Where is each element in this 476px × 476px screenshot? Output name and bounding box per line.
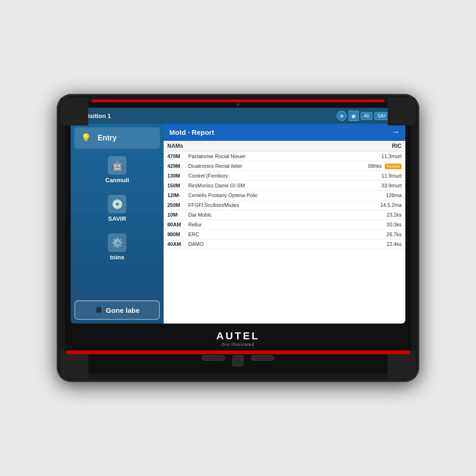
physical-button-center[interactable] <box>232 355 244 366</box>
entry-icon: 💡 <box>79 131 93 145</box>
canmuli-icon: 🤖 <box>108 156 126 175</box>
say-button[interactable]: SAY <box>374 112 390 120</box>
row-value: 22.4ks <box>364 241 402 247</box>
row-desc: Centelis Pnotariy Optena Polic <box>188 192 364 198</box>
row-value: 11.3murt <box>364 153 402 159</box>
row-value: 26.7ks <box>364 231 402 237</box>
row-code: 429M <box>167 163 188 169</box>
title-bar: Reslisition 1 ⊕ ▣ All SAY ≡ <box>71 108 405 124</box>
row-code: 80AM <box>167 222 188 227</box>
report-table: 470M Paclatorise Rocial Nieuer 11.3murt … <box>164 152 405 324</box>
row-code: 980M <box>167 231 188 237</box>
warning-badge: Reinlta <box>385 164 402 169</box>
report-title: Motd · Report <box>169 128 214 136</box>
red-accent-top <box>92 99 384 102</box>
canmuli-label: Canmuli <box>105 177 129 184</box>
all-button[interactable]: All <box>361 112 372 120</box>
report-header: Motd · Report → <box>164 124 405 141</box>
physical-button-right[interactable] <box>251 355 274 361</box>
row-desc: FFGFI Sccllisin/Miules <box>188 202 364 208</box>
table-row[interactable]: 980M ERC 26.7ks <box>164 230 405 239</box>
row-value: 33.9murt <box>364 183 402 188</box>
gone-labe-label: Gone labe <box>106 306 140 314</box>
savir-icon: 💿 <box>108 195 126 213</box>
sidebar-item-canmuli[interactable]: 🤖 Canmuli <box>74 152 160 187</box>
col-header-ric: RIC <box>364 143 402 149</box>
row-code: 12IM· <box>167 192 188 198</box>
report-column-headers: NAMs RIC <box>164 141 405 152</box>
bottom-brand-bar: AUTEL Oru illustrated <box>71 327 405 350</box>
corner-bumper-bl <box>60 350 88 378</box>
row-code: 470M <box>167 153 188 159</box>
table-row[interactable]: 12IM· Centelis Pnotariy Optena Polic 128… <box>164 191 405 200</box>
row-value: 08hks Reinlta <box>364 163 402 169</box>
gone-labe-icon: 🖥 <box>95 306 102 314</box>
screen-title: Reslisition 1 <box>75 112 111 119</box>
report-panel: Motd · Report → NAMs RIC 470M Paclatoris… <box>164 124 405 324</box>
row-value: 11.9murt <box>364 173 402 178</box>
screen: Reslisition 1 ⊕ ▣ All SAY ≡ 💡 Entry <box>71 108 405 324</box>
physical-buttons <box>71 353 405 368</box>
gone-labe-button[interactable]: 🖥 Gone labe <box>74 300 160 320</box>
brand-sub: Oru illustrated <box>216 342 259 347</box>
row-code: 150M <box>167 183 188 188</box>
red-accent-bottom <box>66 350 410 354</box>
device-inner: Reslisition 1 ⊕ ▣ All SAY ≡ 💡 Entry <box>65 102 411 374</box>
device-shell: Reslisition 1 ⊕ ▣ All SAY ≡ 💡 Entry <box>57 94 419 382</box>
row-desc: Rellur <box>188 222 364 227</box>
table-row[interactable]: 150M ResMoriics Dame O/-SM 33.9murt <box>164 181 405 191</box>
sidebar-item-entry[interactable]: 💡 Entry <box>74 127 160 149</box>
table-row[interactable]: 10M· Dar Mobic 23.2ks <box>164 210 405 220</box>
table-row[interactable]: 470M Paclatorise Rocial Nieuer 11.3murt <box>164 152 405 161</box>
row-desc: Paclatorise Rocial Nieuer <box>188 153 364 159</box>
row-value: 20.3ks <box>364 222 402 227</box>
row-desc: ResMoriics Dame O/-SM <box>188 183 364 188</box>
row-code: 40AM <box>167 241 188 247</box>
row-desc: Contrel (Fembory <box>188 173 364 178</box>
display-icon[interactable]: ▣ <box>349 111 359 121</box>
sidebar: 💡 Entry 🤖 Canmuli 💿 SAVIR <box>71 124 164 324</box>
sidebar-item-savir[interactable]: 💿 SAVIR <box>74 191 160 226</box>
row-code: 250M <box>167 202 188 208</box>
row-code: 10M· <box>167 212 188 218</box>
title-icons-group: ⊕ ▣ All SAY ≡ <box>337 111 401 121</box>
savir-label: SAVIR <box>108 215 126 222</box>
row-desc: Diuatronics Recial Ileter <box>188 163 364 169</box>
corner-bumper-br <box>388 350 416 378</box>
table-row[interactable]: 130M Contrel (Fembory 11.9murt <box>164 171 405 181</box>
row-value: 14.5.2ma <box>364 202 402 208</box>
brand-name: AUTEL <box>216 330 259 342</box>
table-row[interactable]: 80AM Rellur 20.3ks <box>164 220 405 230</box>
row-value: 128ma <box>364 192 402 198</box>
tnins-label: tnins <box>110 254 124 261</box>
report-arrow-icon[interactable]: → <box>391 127 400 137</box>
table-row[interactable]: 40AM DAMO 22.4ks <box>164 239 405 249</box>
tnins-icon: ⚙️ <box>108 233 126 252</box>
row-code: 130M <box>167 173 188 178</box>
entry-label: Entry <box>98 134 117 142</box>
globe-icon[interactable]: ⊕ <box>337 111 347 121</box>
table-row[interactable]: 250M FFGFI Sccllisin/Miules 14.5.2ma <box>164 200 405 210</box>
menu-button[interactable]: ≡ <box>391 112 401 120</box>
content-area: 💡 Entry 🤖 Canmuli 💿 SAVIR <box>71 124 405 324</box>
col-header-names: NAMs <box>167 143 364 149</box>
sidebar-item-tnins[interactable]: ⚙️ tnins <box>74 230 160 264</box>
row-desc: Dar Mobic <box>188 212 364 218</box>
physical-button-left[interactable] <box>202 355 225 361</box>
camera-dot <box>237 103 239 106</box>
row-value: 23.2ks <box>364 212 402 218</box>
row-desc: ERC <box>188 231 364 237</box>
table-row[interactable]: 429M Diuatronics Recial Ileter 08hks Rei… <box>164 161 405 171</box>
row-desc: DAMO <box>188 241 364 247</box>
